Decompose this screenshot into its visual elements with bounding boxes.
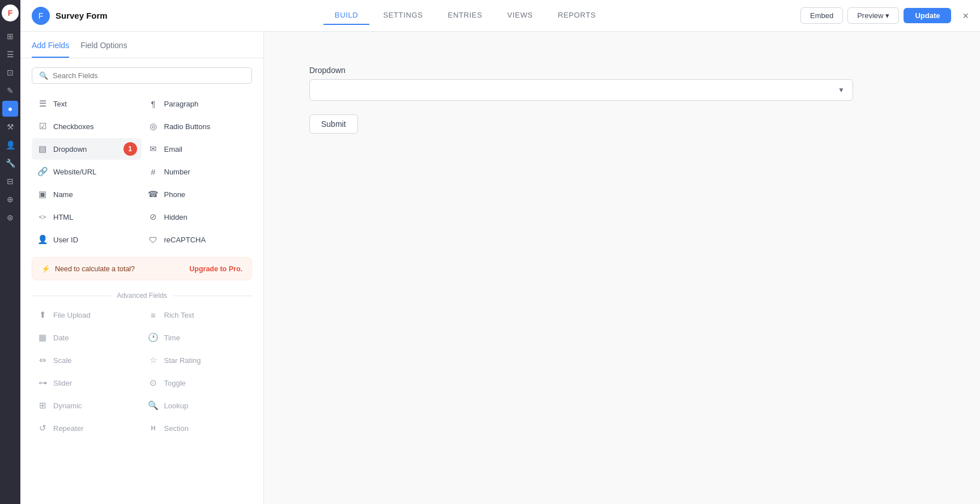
tab-build[interactable]: BUILD (323, 6, 370, 25)
field-item-recaptcha[interactable]: 🛡 reCAPTCHA (143, 229, 253, 250)
search-input[interactable] (53, 71, 245, 80)
nav-icon-3[interactable]: ⊡ (2, 65, 18, 80)
field-item-checkboxes[interactable]: ☑ Checkboxes (32, 116, 142, 137)
section-icon: H (148, 425, 159, 432)
update-button[interactable]: Update (904, 8, 951, 23)
name-icon: ▣ (37, 189, 48, 199)
form-logo-symbol: F (39, 11, 44, 20)
nav-icon-6[interactable]: ⚒ (2, 119, 18, 135)
field-item-number[interactable]: # Number (143, 161, 253, 182)
tab-views[interactable]: VIEWS (496, 6, 544, 25)
lookup-icon: 🔍 (148, 400, 159, 411)
field-item-time[interactable]: 🕐 Time (143, 327, 253, 348)
nav-icon-4[interactable]: ✎ (2, 83, 18, 99)
search-input-wrap: 🔍 (32, 67, 252, 84)
text-label: Text (53, 100, 67, 108)
topbar-nav: BUILD SETTINGS ENTRIES VIEWS REPORTS (130, 6, 800, 25)
advanced-fields-divider: Advanced Fields (20, 287, 263, 304)
field-item-hidden[interactable]: ⊘ Hidden (143, 206, 253, 228)
nav-icon-9[interactable]: ⊟ (2, 173, 18, 189)
tab-field-options[interactable]: Field Options (80, 41, 127, 58)
nav-icon-8[interactable]: 🔧 (2, 155, 18, 171)
field-item-dynamic[interactable]: ⊞ Dynamic (32, 395, 142, 416)
form-title: Survey Form (56, 11, 108, 20)
file-upload-label: File Upload (53, 311, 91, 319)
search-container: 🔍 (20, 58, 263, 93)
time-icon: 🕐 (148, 332, 159, 343)
userid-label: User ID (53, 236, 78, 244)
checkboxes-label: Checkboxes (53, 122, 94, 131)
field-item-radio[interactable]: ◎ Radio Buttons (143, 116, 253, 137)
topbar-actions: Embed Preview ▾ Update × (800, 7, 969, 24)
field-item-file-upload[interactable]: ⬆ File Upload (32, 304, 142, 326)
rich-text-label: Rich Text (164, 311, 194, 319)
close-button[interactable]: × (962, 11, 969, 21)
field-item-name[interactable]: ▣ Name (32, 183, 142, 205)
tab-reports[interactable]: REPORTS (547, 6, 607, 25)
section-label: Section (164, 424, 189, 433)
paragraph-label: Paragraph (164, 100, 199, 108)
field-item-userid[interactable]: 👤 User ID (32, 229, 142, 250)
field-item-rich-text[interactable]: ≡ Rich Text (143, 304, 253, 326)
paragraph-icon: ¶ (148, 99, 159, 109)
field-item-dropdown[interactable]: ▤ Dropdown 1 (32, 138, 142, 160)
advanced-fields-grid: ⬆ File Upload ≡ Rich Text ▦ Date 🕐 Time (32, 304, 252, 439)
website-icon: 🔗 (37, 166, 48, 177)
upgrade-cta[interactable]: Upgrade to Pro. (189, 265, 242, 273)
nav-icon-1[interactable]: ⊞ (2, 28, 18, 44)
preview-chevron-icon: ▾ (885, 11, 889, 20)
dropdown-field-label: Dropdown (309, 66, 935, 75)
email-icon: ✉ (148, 144, 159, 154)
field-item-phone[interactable]: ☎ Phone (143, 183, 253, 205)
repeater-label: Repeater (53, 424, 83, 433)
tab-settings[interactable]: SETTINGS (372, 6, 434, 25)
html-icon: <> (37, 213, 48, 220)
upgrade-lightning-icon: ⚡ (41, 264, 50, 273)
app-logo: F (2, 5, 19, 22)
field-item-slider[interactable]: ⊶ Slider (32, 372, 142, 394)
embed-button[interactable]: Embed (800, 7, 843, 24)
preview-button[interactable]: Preview ▾ (847, 7, 899, 24)
time-label: Time (164, 334, 180, 342)
dynamic-icon: ⊞ (37, 400, 48, 411)
nav-icon-11[interactable]: ⊛ (2, 210, 18, 225)
field-item-text[interactable]: ☰ Text (32, 93, 142, 114)
field-item-date[interactable]: ▦ Date (32, 327, 142, 348)
dropdown-select[interactable] (310, 80, 853, 100)
hidden-label: Hidden (164, 213, 188, 221)
app-sidebar: F ⊞ ☰ ⊡ ✎ ● ⚒ 👤 🔧 ⊟ ⊕ ⊛ (0, 0, 20, 504)
website-label: Website/URL (53, 168, 96, 176)
field-item-scale[interactable]: ⇔ Scale (32, 349, 142, 371)
topbar: F Survey Form BUILD SETTINGS ENTRIES VIE… (20, 0, 980, 32)
dropdown-badge: 1 (123, 142, 137, 156)
recaptcha-label: reCAPTCHA (164, 236, 206, 244)
nav-icon-2[interactable]: ☰ (2, 46, 18, 62)
hidden-icon: ⊘ (148, 212, 159, 222)
tab-add-fields[interactable]: Add Fields (32, 41, 69, 58)
text-icon: ☰ (37, 99, 48, 109)
nav-icon-7[interactable]: 👤 (2, 137, 18, 153)
field-item-paragraph[interactable]: ¶ Paragraph (143, 93, 253, 114)
name-label: Name (53, 190, 73, 199)
checkboxes-icon: ☑ (37, 121, 48, 131)
file-upload-icon: ⬆ (37, 310, 48, 320)
rich-text-icon: ≡ (148, 310, 159, 320)
star-rating-label: Star Rating (164, 356, 201, 365)
field-item-lookup[interactable]: 🔍 Lookup (143, 395, 253, 416)
field-item-toggle[interactable]: ⊙ Toggle (143, 372, 253, 394)
submit-group: Submit (309, 114, 935, 134)
recaptcha-icon: 🛡 (148, 235, 159, 245)
star-rating-icon: ☆ (148, 355, 159, 365)
nav-icon-10[interactable]: ⊕ (2, 191, 18, 207)
field-item-section[interactable]: H Section (143, 417, 253, 439)
field-item-repeater[interactable]: ↺ Repeater (32, 417, 142, 439)
field-item-email[interactable]: ✉ Email (143, 138, 253, 160)
field-item-html[interactable]: <> HTML (32, 206, 142, 228)
tab-entries[interactable]: ENTRIES (437, 6, 494, 25)
field-item-website[interactable]: 🔗 Website/URL (32, 161, 142, 182)
submit-button[interactable]: Submit (309, 114, 358, 134)
advanced-fields-label: Advanced Fields (117, 292, 167, 300)
nav-icon-5[interactable]: ● (2, 101, 18, 117)
form-logo-icon: F (32, 7, 50, 25)
field-item-star-rating[interactable]: ☆ Star Rating (143, 349, 253, 371)
